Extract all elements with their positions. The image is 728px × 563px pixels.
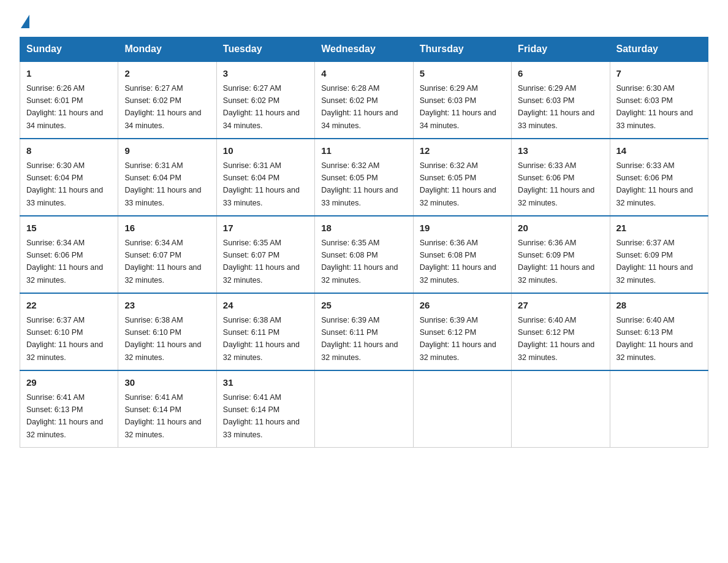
day-number: 10 (223, 144, 308, 158)
day-info: Sunrise: 6:32 AMSunset: 6:05 PMDaylight:… (321, 161, 398, 207)
column-header-tuesday: Tuesday (216, 37, 314, 62)
day-cell-25: 25Sunrise: 6:39 AMSunset: 6:11 PMDayligh… (315, 293, 413, 370)
day-cell-9: 9Sunrise: 6:31 AMSunset: 6:04 PMDaylight… (118, 139, 216, 216)
day-cell-24: 24Sunrise: 6:38 AMSunset: 6:11 PMDayligh… (216, 293, 314, 370)
empty-cell (610, 370, 708, 448)
day-info: Sunrise: 6:31 AMSunset: 6:04 PMDaylight:… (124, 161, 201, 207)
day-cell-2: 2Sunrise: 6:27 AMSunset: 6:02 PMDaylight… (118, 61, 216, 139)
day-info: Sunrise: 6:34 AMSunset: 6:06 PMDaylight:… (26, 239, 103, 285)
logo-triangle-icon (21, 15, 29, 28)
day-number: 4 (321, 67, 406, 81)
day-info: Sunrise: 6:38 AMSunset: 6:11 PMDaylight:… (223, 316, 300, 362)
day-number: 8 (26, 144, 112, 158)
day-number: 17 (223, 221, 308, 236)
day-info: Sunrise: 6:27 AMSunset: 6:02 PMDaylight:… (223, 84, 300, 130)
day-cell-17: 17Sunrise: 6:35 AMSunset: 6:07 PMDayligh… (216, 216, 314, 293)
day-cell-19: 19Sunrise: 6:36 AMSunset: 6:08 PMDayligh… (413, 216, 511, 293)
day-info: Sunrise: 6:28 AMSunset: 6:02 PMDaylight:… (321, 84, 398, 130)
day-number: 20 (518, 221, 603, 236)
day-number: 11 (321, 144, 406, 158)
day-cell-28: 28Sunrise: 6:40 AMSunset: 6:13 PMDayligh… (610, 293, 708, 370)
day-cell-27: 27Sunrise: 6:40 AMSunset: 6:12 PMDayligh… (512, 293, 610, 370)
day-number: 24 (223, 299, 308, 313)
day-info: Sunrise: 6:27 AMSunset: 6:02 PMDaylight:… (124, 84, 201, 130)
day-info: Sunrise: 6:40 AMSunset: 6:13 PMDaylight:… (616, 316, 693, 362)
day-cell-18: 18Sunrise: 6:35 AMSunset: 6:08 PMDayligh… (315, 216, 413, 293)
day-number: 29 (26, 376, 112, 390)
week-row-2: 8Sunrise: 6:30 AMSunset: 6:04 PMDaylight… (20, 139, 708, 216)
column-header-monday: Monday (118, 37, 216, 62)
day-number: 28 (616, 299, 702, 313)
column-header-friday: Friday (512, 37, 610, 62)
day-cell-3: 3Sunrise: 6:27 AMSunset: 6:02 PMDaylight… (216, 61, 314, 139)
week-row-4: 22Sunrise: 6:37 AMSunset: 6:10 PMDayligh… (20, 293, 708, 370)
day-cell-1: 1Sunrise: 6:26 AMSunset: 6:01 PMDaylight… (20, 61, 118, 139)
day-number: 31 (223, 376, 308, 390)
day-info: Sunrise: 6:41 AMSunset: 6:14 PMDaylight:… (223, 393, 300, 439)
day-number: 5 (420, 67, 505, 81)
day-cell-7: 7Sunrise: 6:30 AMSunset: 6:03 PMDaylight… (610, 61, 708, 139)
day-number: 30 (124, 376, 210, 390)
day-cell-21: 21Sunrise: 6:37 AMSunset: 6:09 PMDayligh… (610, 216, 708, 293)
day-number: 19 (420, 221, 505, 236)
logo (20, 15, 29, 26)
day-cell-5: 5Sunrise: 6:29 AMSunset: 6:03 PMDaylight… (413, 61, 511, 139)
empty-cell (413, 370, 511, 448)
day-info: Sunrise: 6:36 AMSunset: 6:09 PMDaylight:… (518, 239, 594, 285)
empty-cell (512, 370, 610, 448)
day-info: Sunrise: 6:41 AMSunset: 6:13 PMDaylight:… (26, 393, 103, 439)
day-number: 3 (223, 67, 308, 81)
day-cell-6: 6Sunrise: 6:29 AMSunset: 6:03 PMDaylight… (512, 61, 610, 139)
day-info: Sunrise: 6:29 AMSunset: 6:03 PMDaylight:… (518, 84, 594, 130)
calendar-header-row: SundayMondayTuesdayWednesdayThursdayFrid… (20, 37, 708, 62)
day-number: 22 (26, 299, 112, 313)
day-info: Sunrise: 6:37 AMSunset: 6:09 PMDaylight:… (616, 239, 693, 285)
day-cell-23: 23Sunrise: 6:38 AMSunset: 6:10 PMDayligh… (118, 293, 216, 370)
day-info: Sunrise: 6:33 AMSunset: 6:06 PMDaylight:… (616, 161, 693, 207)
day-number: 9 (124, 144, 210, 158)
day-number: 21 (616, 221, 702, 236)
week-row-3: 15Sunrise: 6:34 AMSunset: 6:06 PMDayligh… (20, 216, 708, 293)
day-cell-4: 4Sunrise: 6:28 AMSunset: 6:02 PMDaylight… (315, 61, 413, 139)
day-number: 2 (124, 67, 210, 81)
day-number: 12 (420, 144, 505, 158)
day-cell-16: 16Sunrise: 6:34 AMSunset: 6:07 PMDayligh… (118, 216, 216, 293)
day-cell-15: 15Sunrise: 6:34 AMSunset: 6:06 PMDayligh… (20, 216, 118, 293)
empty-cell (315, 370, 413, 448)
day-cell-12: 12Sunrise: 6:32 AMSunset: 6:05 PMDayligh… (413, 139, 511, 216)
column-header-saturday: Saturday (610, 37, 708, 62)
day-number: 13 (518, 144, 603, 158)
day-info: Sunrise: 6:33 AMSunset: 6:06 PMDaylight:… (518, 161, 594, 207)
day-number: 15 (26, 221, 112, 236)
day-number: 23 (124, 299, 210, 313)
day-number: 27 (518, 299, 603, 313)
day-number: 16 (124, 221, 210, 236)
day-info: Sunrise: 6:34 AMSunset: 6:07 PMDaylight:… (124, 239, 201, 285)
column-header-sunday: Sunday (20, 37, 118, 62)
day-cell-14: 14Sunrise: 6:33 AMSunset: 6:06 PMDayligh… (610, 139, 708, 216)
day-info: Sunrise: 6:29 AMSunset: 6:03 PMDaylight:… (420, 84, 496, 130)
day-number: 7 (616, 67, 702, 81)
day-cell-29: 29Sunrise: 6:41 AMSunset: 6:13 PMDayligh… (20, 370, 118, 448)
day-info: Sunrise: 6:31 AMSunset: 6:04 PMDaylight:… (223, 161, 300, 207)
day-info: Sunrise: 6:36 AMSunset: 6:08 PMDaylight:… (420, 239, 496, 285)
day-number: 26 (420, 299, 505, 313)
day-info: Sunrise: 6:40 AMSunset: 6:12 PMDaylight:… (518, 316, 594, 362)
day-cell-30: 30Sunrise: 6:41 AMSunset: 6:14 PMDayligh… (118, 370, 216, 448)
day-number: 25 (321, 299, 406, 313)
day-number: 14 (616, 144, 702, 158)
day-cell-8: 8Sunrise: 6:30 AMSunset: 6:04 PMDaylight… (20, 139, 118, 216)
day-info: Sunrise: 6:39 AMSunset: 6:12 PMDaylight:… (420, 316, 496, 362)
week-row-1: 1Sunrise: 6:26 AMSunset: 6:01 PMDaylight… (20, 61, 708, 139)
day-info: Sunrise: 6:41 AMSunset: 6:14 PMDaylight:… (124, 393, 201, 439)
day-info: Sunrise: 6:38 AMSunset: 6:10 PMDaylight:… (124, 316, 201, 362)
day-info: Sunrise: 6:35 AMSunset: 6:08 PMDaylight:… (321, 239, 398, 285)
day-info: Sunrise: 6:30 AMSunset: 6:03 PMDaylight:… (616, 84, 693, 130)
day-info: Sunrise: 6:37 AMSunset: 6:10 PMDaylight:… (26, 316, 103, 362)
day-info: Sunrise: 6:26 AMSunset: 6:01 PMDaylight:… (26, 84, 103, 130)
calendar-table: SundayMondayTuesdayWednesdayThursdayFrid… (20, 37, 708, 448)
day-info: Sunrise: 6:35 AMSunset: 6:07 PMDaylight:… (223, 239, 300, 285)
column-header-wednesday: Wednesday (315, 37, 413, 62)
day-info: Sunrise: 6:39 AMSunset: 6:11 PMDaylight:… (321, 316, 398, 362)
day-cell-22: 22Sunrise: 6:37 AMSunset: 6:10 PMDayligh… (20, 293, 118, 370)
